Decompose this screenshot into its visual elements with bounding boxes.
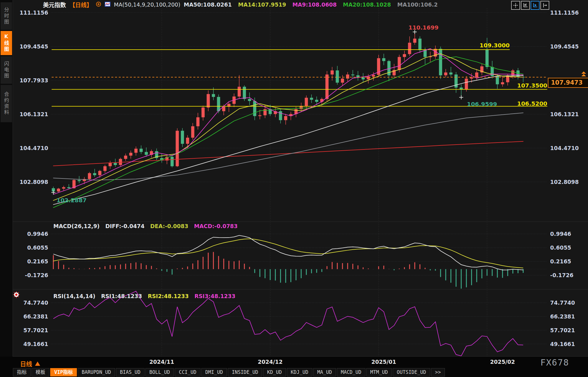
chart-start-low-label: 102.2887: [57, 197, 87, 203]
mini-chart-icon[interactable]: [105, 2, 110, 8]
ma-value: MA50:108.0261: [184, 1, 232, 8]
indicator-tab[interactable]: 模板: [32, 368, 49, 376]
macd-header: MACD(26,12,9) DIFF:-0.0474 DEA:-0.0083 M…: [53, 223, 238, 229]
rsi-axis-label-right: 57.7021: [550, 327, 587, 333]
indicator-tab[interactable]: VIP指标: [50, 368, 77, 376]
rsi1-value: RSI1:48.1233: [101, 293, 142, 299]
ma-value: MA100:106.2: [397, 1, 438, 8]
macd-axis-label-right: 0.2165: [550, 258, 587, 265]
rsi-axis-label-right: 49.1661: [550, 341, 587, 347]
period-selector[interactable]: 日线: [20, 359, 40, 368]
watermark: FX678: [540, 357, 569, 368]
rsi-axis-label-left: 66.2381: [13, 313, 48, 320]
rsi2-value: RSI2:48.1233: [148, 293, 189, 299]
price-up-arrow-icon: [581, 71, 587, 77]
macd-axis-label-right: 0.9946: [550, 231, 587, 237]
price-axis-label-left: 109.4545: [13, 43, 48, 50]
macd-axis-label-left: 0.6055: [13, 244, 48, 251]
indicator-tab[interactable]: MA_UD: [313, 368, 336, 376]
sidebar-item-flash-chart[interactable]: 闪电图: [1, 56, 12, 84]
indicator-tab[interactable]: OUTSIDE_UD: [393, 368, 430, 376]
indicator-tab[interactable]: 指标: [13, 368, 31, 376]
price-axis-label-right: 104.4710: [550, 145, 587, 151]
chart-type-sidebar: 分时图 K线图 闪电图 合约资料: [0, 0, 13, 357]
price-axis-label-left: 102.8098: [13, 179, 48, 185]
add-compare-icon[interactable]: [96, 1, 101, 8]
indicator-tab[interactable]: CCI_UD: [175, 368, 200, 376]
period-tag: 【日线】: [69, 1, 92, 9]
price-axis-label-right: 111.1156: [550, 9, 587, 16]
time-axis-label: 2025/02: [485, 359, 520, 365]
time-axis-label: 2025/01: [367, 359, 401, 365]
indicator-tab-bar: 指标模板VIP指标BARUPDN_UDBIAS_UDBOLL_UDCCI_UDD…: [13, 368, 445, 376]
macd-title: MACD(26,12,9): [53, 223, 100, 229]
rsi-axis-label-right: 66.2381: [550, 313, 587, 320]
macd-dea-value: DEA:-0.0083: [150, 223, 188, 229]
current-price-box: 107.9473: [548, 78, 588, 88]
swing-high-label: 110.1699: [408, 24, 439, 31]
swing-low-label: 106.9599: [467, 101, 497, 107]
time-axis-label: 2024/12: [253, 359, 287, 365]
macd-axis-label-left: -0.1726: [13, 272, 48, 278]
price-axis-label-right: 102.8098: [550, 179, 587, 185]
macd-axis-label-right: -0.1726: [550, 272, 587, 278]
price-chart-svg[interactable]: [13, 8, 588, 357]
rsi3-value: RSI3:48.1233: [194, 293, 235, 299]
rsi-title: RSI(14,14,14): [53, 293, 96, 299]
price-axis-label-left: 106.1321: [13, 111, 48, 117]
ma-value: MA9:108.0608: [292, 1, 336, 8]
indicator-tab[interactable]: BIAS_UD: [116, 368, 145, 376]
price-axis-label-right: 109.4545: [550, 43, 587, 50]
price-axis-label-right: 106.1321: [550, 111, 587, 117]
price-axis-label-left: 107.7933: [13, 77, 48, 83]
symbol-name: 美元指数: [43, 1, 66, 9]
sidebar-item-time-chart[interactable]: 分时图: [1, 2, 12, 30]
sidebar-item-kline-chart[interactable]: K线图: [1, 31, 12, 55]
hline-label-107-35: 107.3500: [496, 82, 547, 89]
hline-label-109-30: 109.3000: [458, 42, 510, 48]
indicator-tab[interactable]: BOLL_UD: [145, 368, 174, 376]
rsi-axis-label-left: 57.7021: [13, 327, 48, 333]
bottom-bar: 日线 2024/112024/122025/012025/02 FX678 指标…: [0, 357, 588, 377]
indicator-tab[interactable]: INSIDE_UD: [228, 368, 262, 376]
ma-values: MA50:108.0261MA14:107.9519MA9:108.0608MA…: [184, 1, 444, 8]
ma-config-label: MA(50,14,9,20,100,200): [114, 1, 180, 8]
indicator-tab[interactable]: MACD_UD: [337, 368, 365, 376]
indicator-tab[interactable]: >>: [431, 368, 445, 376]
caret-up-icon: [35, 362, 40, 366]
live-marker-icon: [13, 291, 20, 300]
sidebar-item-contract-info[interactable]: 合约资料: [1, 85, 12, 122]
indicator-tab[interactable]: DMI_UD: [201, 368, 227, 376]
macd-macd-value: MACD:-0.0783: [194, 223, 237, 229]
trading-app: 分时图 K线图 闪电图 合约资料 美元指数 【日线】 MA(50,14,9,20…: [0, 0, 588, 377]
rsi-axis-label-right: 74.7740: [550, 300, 587, 306]
macd-axis-label-left: 0.2165: [13, 258, 48, 265]
hline-label-106-52: 106.5200: [496, 100, 547, 107]
rsi-header: RSI(14,14,14) RSI1:48.1233 RSI2:48.1233 …: [53, 293, 235, 299]
period-selector-label: 日线: [20, 359, 32, 368]
indicator-tab[interactable]: KD_UD: [263, 368, 286, 376]
indicator-tab[interactable]: MTM_UD: [366, 368, 392, 376]
chart-header: 美元指数 【日线】 MA(50,14,9,20,100,200) MA50:10…: [43, 1, 444, 9]
macd-axis-label-left: 0.9946: [13, 231, 48, 237]
price-axis-label-left: 111.1156: [13, 9, 48, 16]
indicator-tab[interactable]: KDJ_UD: [287, 368, 312, 376]
macd-axis-label-right: 0.6055: [550, 244, 587, 251]
indicator-tab[interactable]: BARUPDN_UD: [78, 368, 115, 376]
rsi-axis-label-left: 49.1661: [13, 341, 48, 347]
ma-value: MA14:107.9519: [238, 1, 286, 8]
time-axis-label: 2024/11: [145, 359, 179, 365]
ma-value: MA20:108.1028: [343, 1, 391, 8]
rsi-axis-label-left: 74.7740: [13, 300, 48, 306]
price-axis-label-left: 104.4710: [13, 145, 48, 151]
macd-diff-value: DIFF:-0.0474: [105, 223, 145, 229]
